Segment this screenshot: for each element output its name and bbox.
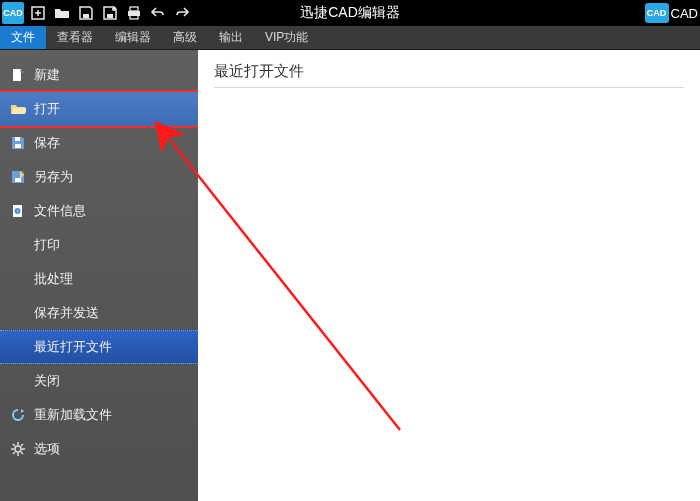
sidebar-item-print[interactable]: 打印 — [0, 228, 198, 262]
redo-button[interactable] — [170, 1, 194, 25]
svg-rect-8 — [130, 15, 138, 19]
tab-file[interactable]: 文件 — [0, 26, 46, 49]
save-button[interactable] — [74, 1, 98, 25]
sidebar-item-open[interactable]: 打开 — [0, 92, 198, 126]
svg-line-24 — [21, 444, 23, 446]
sidebar-item-label: 保存并发送 — [34, 304, 99, 322]
tab-output[interactable]: 输出 — [208, 26, 254, 49]
menu-bar: 文件 查看器 编辑器 高级 输出 VIP功能 — [0, 26, 700, 50]
save-as-icon — [10, 169, 26, 185]
svg-line-23 — [13, 452, 15, 454]
svg-line-21 — [13, 444, 15, 446]
sidebar-item-save-send[interactable]: 保存并发送 — [0, 296, 198, 330]
sidebar-item-reload[interactable]: 重新加载文件 — [0, 398, 198, 432]
sidebar-item-label: 打印 — [34, 236, 60, 254]
svg-point-5 — [112, 7, 116, 11]
file-info-icon: i — [10, 203, 26, 219]
sidebar-item-label: 打开 — [34, 100, 60, 118]
svg-rect-9 — [13, 69, 21, 81]
svg-rect-10 — [15, 144, 21, 148]
tab-vip[interactable]: VIP功能 — [254, 26, 319, 49]
sidebar-item-close[interactable]: 关闭 — [0, 364, 198, 398]
file-menu-sidebar: 新建 打开 保存 另存为 i 文件信息 — [0, 50, 198, 501]
folder-open-icon — [10, 101, 26, 117]
svg-rect-3 — [83, 14, 89, 18]
content-panel: 最近打开文件 — [198, 50, 700, 501]
undo-button[interactable] — [146, 1, 170, 25]
content-heading: 最近打开文件 — [214, 62, 684, 88]
svg-text:i: i — [17, 208, 18, 214]
sidebar-item-new[interactable]: 新建 — [0, 58, 198, 92]
sidebar-item-file-info[interactable]: i 文件信息 — [0, 194, 198, 228]
print-button[interactable] — [122, 1, 146, 25]
sidebar-item-label: 文件信息 — [34, 202, 86, 220]
tab-advanced[interactable]: 高级 — [162, 26, 208, 49]
svg-point-16 — [15, 446, 21, 452]
reload-icon — [10, 407, 26, 423]
svg-line-22 — [21, 452, 23, 454]
svg-rect-4 — [107, 14, 113, 18]
sidebar-item-recent[interactable]: 最近打开文件 — [0, 330, 198, 364]
tab-editor[interactable]: 编辑器 — [104, 26, 162, 49]
title-bar: CAD 迅捷CAD编辑器 CAD CAD — [0, 0, 700, 26]
sidebar-item-label: 新建 — [34, 66, 60, 84]
file-new-icon — [10, 67, 26, 83]
gear-icon — [10, 441, 26, 457]
sidebar-item-label: 重新加载文件 — [34, 406, 112, 424]
sidebar-item-save[interactable]: 保存 — [0, 126, 198, 160]
sidebar-item-label: 保存 — [34, 134, 60, 152]
svg-rect-11 — [15, 137, 20, 141]
app-icon: CAD — [2, 2, 24, 24]
sidebar-item-save-as[interactable]: 另存为 — [0, 160, 198, 194]
sidebar-item-batch[interactable]: 批处理 — [0, 262, 198, 296]
open-button[interactable] — [50, 1, 74, 25]
sidebar-item-label: 另存为 — [34, 168, 73, 186]
sidebar-item-label: 关闭 — [34, 372, 60, 390]
save-icon — [10, 135, 26, 151]
sidebar-item-options[interactable]: 选项 — [0, 432, 198, 466]
tab-viewer[interactable]: 查看器 — [46, 26, 104, 49]
svg-rect-6 — [130, 7, 138, 11]
save-as-button[interactable] — [98, 1, 122, 25]
cad-badge-label: CAD — [671, 6, 698, 21]
cad-badge-icon: CAD — [645, 3, 669, 23]
sidebar-item-label: 最近打开文件 — [34, 338, 112, 356]
annotation-highlight — [0, 90, 200, 128]
sidebar-item-label: 批处理 — [34, 270, 73, 288]
new-file-button[interactable] — [26, 1, 50, 25]
sidebar-item-label: 选项 — [34, 440, 60, 458]
